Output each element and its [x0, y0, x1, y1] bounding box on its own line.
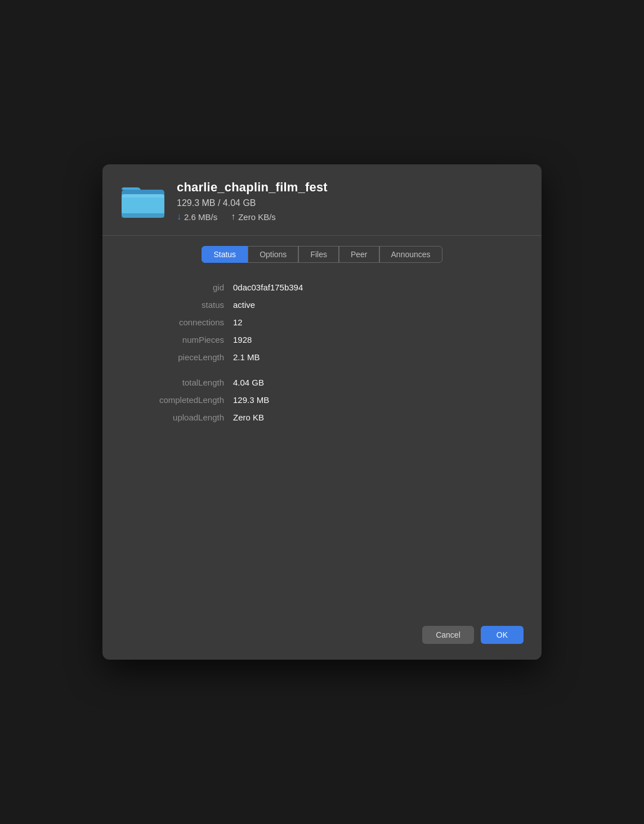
file-size: 129.3 MB / 4.04 GB: [177, 198, 328, 208]
download-speed: ↓ 2.6 MB/s: [177, 212, 217, 222]
folder-icon: [120, 182, 166, 220]
cancel-button[interactable]: Cancel: [422, 626, 474, 644]
field-value-gid: 0dac03faf175b394: [233, 283, 303, 292]
tab-options[interactable]: Options: [248, 246, 298, 263]
field-value-numpieces: 1928: [233, 335, 252, 344]
upload-speed: ↑ Zero KB/s: [231, 212, 276, 222]
field-label-piecelength: pieceLength: [120, 352, 233, 362]
tab-files[interactable]: Files: [298, 246, 339, 263]
field-label-completedlength: completedLength: [120, 395, 233, 405]
svg-rect-3: [122, 213, 164, 218]
table-row: totalLength 4.04 GB: [120, 374, 524, 391]
field-label-numpieces: numPieces: [120, 335, 233, 344]
content-area: gid 0dac03faf175b394 status active conne…: [102, 263, 542, 615]
upload-speed-value: Zero KB/s: [238, 212, 276, 222]
tab-announces[interactable]: Announces: [379, 246, 442, 263]
table-row: uploadLength Zero KB: [120, 409, 524, 426]
download-arrow-icon: ↓: [177, 212, 181, 222]
upload-arrow-icon: ↑: [231, 212, 235, 222]
transfer-speeds: ↓ 2.6 MB/s ↑ Zero KB/s: [177, 212, 328, 222]
field-value-uploadlength: Zero KB: [233, 413, 264, 422]
table-row: status active: [120, 296, 524, 314]
field-value-completedlength: 129.3 MB: [233, 395, 269, 405]
field-value-totallength: 4.04 GB: [233, 378, 264, 387]
table-row: completedLength 129.3 MB: [120, 391, 524, 409]
folder-name: charlie_chaplin_film_fest: [177, 180, 328, 195]
tabs-bar: Status Options Files Peer Announces: [102, 236, 542, 263]
header-info: charlie_chaplin_film_fest 129.3 MB / 4.0…: [177, 180, 328, 222]
table-row: connections 12: [120, 314, 524, 331]
table-row: pieceLength 2.1 MB: [120, 348, 524, 366]
dialog-window: charlie_chaplin_film_fest 129.3 MB / 4.0…: [102, 164, 542, 660]
field-value-status: active: [233, 300, 255, 310]
field-label-gid: gid: [120, 283, 233, 292]
table-row: gid 0dac03faf175b394: [120, 279, 524, 296]
header-section: charlie_chaplin_film_fest 129.3 MB / 4.0…: [102, 164, 542, 236]
svg-rect-2: [122, 194, 164, 198]
field-label-totallength: totalLength: [120, 378, 233, 387]
tab-status[interactable]: Status: [202, 246, 248, 263]
download-speed-value: 2.6 MB/s: [184, 212, 217, 222]
tab-peer[interactable]: Peer: [339, 246, 379, 263]
field-label-status: status: [120, 300, 233, 310]
ok-button[interactable]: OK: [481, 626, 524, 644]
status-table: gid 0dac03faf175b394 status active conne…: [120, 279, 524, 426]
table-row: numPieces 1928: [120, 331, 524, 348]
field-label-connections: connections: [120, 317, 233, 327]
field-label-uploadlength: uploadLength: [120, 413, 233, 422]
spacer: [120, 366, 524, 374]
footer-section: Cancel OK: [102, 615, 542, 660]
field-value-connections: 12: [233, 317, 243, 327]
field-value-piecelength: 2.1 MB: [233, 352, 260, 362]
